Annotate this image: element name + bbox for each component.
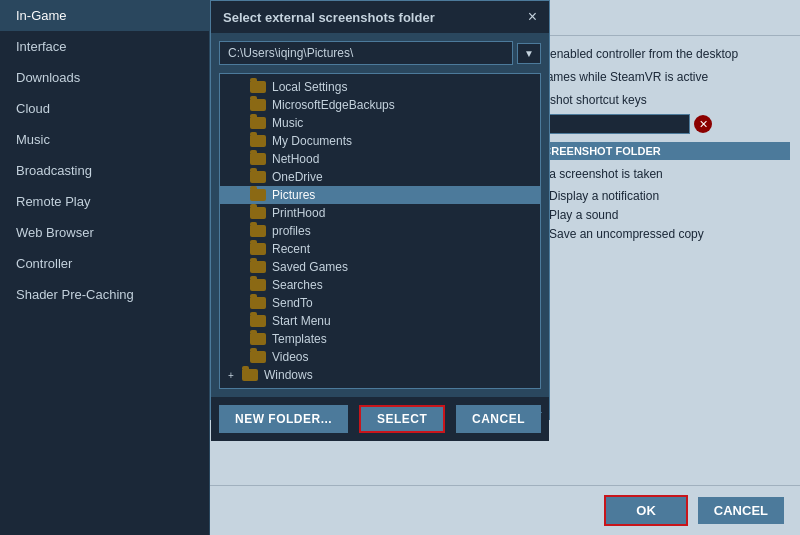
- dialog-body: ▼ Local Settings MicrosoftEdgeBackups Mu…: [211, 33, 549, 397]
- tree-item-label: MicrosoftEdgeBackups: [272, 98, 395, 112]
- tree-item[interactable]: Local Settings: [220, 78, 540, 96]
- tree-item-label: SendTo: [272, 296, 313, 310]
- tree-item-label: My Documents: [272, 134, 352, 148]
- tree-item-label: Pictures: [272, 188, 315, 202]
- screenshot-when-label: ien a screenshot is taken: [530, 166, 790, 183]
- tree-item[interactable]: Start Menu: [220, 312, 540, 330]
- tree-item-label: Recent: [272, 242, 310, 256]
- main-content: Enable the Steam Overlay while in-game p…: [210, 0, 800, 535]
- tree-item[interactable]: Pictures: [220, 186, 540, 204]
- tree-item[interactable]: MicrosoftEdgeBackups: [220, 96, 540, 114]
- folder-icon: [250, 117, 266, 129]
- screenshot-folder-section-title: SCREENSHOT FOLDER: [530, 142, 790, 160]
- folder-icon: [250, 333, 266, 345]
- folder-icon: [250, 99, 266, 111]
- folder-icon: [242, 369, 258, 381]
- notification-label: Display a notification: [549, 189, 659, 203]
- tree-item-label: OneDrive: [272, 170, 323, 184]
- folder-icon: [250, 153, 266, 165]
- select-button[interactable]: SELECT: [359, 405, 445, 433]
- folder-icon: [250, 189, 266, 201]
- path-input[interactable]: [219, 41, 513, 65]
- sound-row: Play a sound: [530, 208, 790, 222]
- shortcut-input-row: ✕: [530, 114, 790, 134]
- tree-item-label: profiles: [272, 224, 311, 238]
- tree-item[interactable]: Recent: [220, 240, 540, 258]
- tree-item-label: NetHood: [272, 152, 319, 166]
- file-tree[interactable]: Local Settings MicrosoftEdgeBackups Musi…: [219, 73, 541, 389]
- tree-item[interactable]: OneDrive: [220, 168, 540, 186]
- tree-item-label: Start Menu: [272, 314, 331, 328]
- tree-item[interactable]: Videos: [220, 348, 540, 366]
- new-folder-button[interactable]: NEW FOLDER...: [219, 405, 348, 433]
- dialog-title: Select external screenshots folder: [223, 10, 435, 25]
- right-text-2: p games while SteamVR is active: [530, 69, 790, 86]
- folder-icon: [250, 207, 266, 219]
- sidebar-item-downloads[interactable]: Downloads: [0, 62, 209, 93]
- folder-icon: [250, 135, 266, 147]
- folder-icon: [250, 171, 266, 183]
- tree-item[interactable]: My Documents: [220, 132, 540, 150]
- right-text-3: eenshot shortcut keys: [530, 92, 790, 109]
- folder-icon: [250, 315, 266, 327]
- dialog-cancel-button[interactable]: CANCEL: [456, 405, 541, 433]
- dialog-resize-handle[interactable]: ⋱: [533, 403, 545, 415]
- tree-item-label: PrintHood: [272, 206, 325, 220]
- sidebar-item-interface[interactable]: Interface: [0, 31, 209, 62]
- tree-item[interactable]: Templates: [220, 330, 540, 348]
- dialog-titlebar: Select external screenshots folder ×: [211, 1, 549, 33]
- folder-icon: [250, 225, 266, 237]
- sound-label: Play a sound: [549, 208, 618, 222]
- folder-icon: [250, 243, 266, 255]
- clear-shortcut-button[interactable]: ✕: [694, 115, 712, 133]
- folder-icon: [250, 351, 266, 363]
- folder-icon: [250, 261, 266, 273]
- sidebar-item-shader-pre-caching[interactable]: Shader Pre-Caching: [0, 279, 209, 310]
- expand-icon: +: [228, 370, 238, 381]
- tree-item[interactable]: NetHood: [220, 150, 540, 168]
- tree-item[interactable]: profiles: [220, 222, 540, 240]
- folder-icon: [250, 297, 266, 309]
- right-content: put enabled controller from the desktop …: [520, 36, 800, 256]
- tree-item[interactable]: SendTo: [220, 294, 540, 312]
- sidebar-item-controller[interactable]: Controller: [0, 248, 209, 279]
- tree-item-label: Templates: [272, 332, 327, 346]
- sidebar: In-Game Interface Downloads Cloud Music …: [0, 0, 210, 535]
- folder-icon: [250, 81, 266, 93]
- sidebar-item-music[interactable]: Music: [0, 124, 209, 155]
- uncompressed-label: Save an uncompressed copy: [549, 227, 704, 241]
- tree-item[interactable]: Saved Games: [220, 258, 540, 276]
- uncompressed-row: Save an uncompressed copy: [530, 227, 790, 241]
- tree-item[interactable]: Music: [220, 114, 540, 132]
- tree-item-label: Windows: [264, 368, 313, 382]
- folder-icon: [250, 279, 266, 291]
- notification-row: Display a notification: [530, 189, 790, 203]
- cancel-main-button[interactable]: CANCEL: [698, 497, 784, 524]
- sidebar-item-web-browser[interactable]: Web Browser: [0, 217, 209, 248]
- path-dropdown-button[interactable]: ▼: [517, 43, 541, 64]
- tree-item-label: Music: [272, 116, 303, 130]
- sidebar-item-cloud[interactable]: Cloud: [0, 93, 209, 124]
- sidebar-item-remote-play[interactable]: Remote Play: [0, 186, 209, 217]
- tree-item[interactable]: PrintHood: [220, 204, 540, 222]
- path-row: ▼: [219, 41, 541, 65]
- tree-item-label: Searches: [272, 278, 323, 292]
- tree-item[interactable]: +Windows: [220, 366, 540, 384]
- sidebar-item-broadcasting[interactable]: Broadcasting: [0, 155, 209, 186]
- bottom-bar: OK CANCEL: [210, 485, 800, 535]
- select-folder-dialog: Select external screenshots folder × ▼ L…: [210, 0, 550, 420]
- dialog-close-button[interactable]: ×: [528, 9, 537, 25]
- tree-item-label: Local Settings: [272, 80, 347, 94]
- tree-item-label: Videos: [272, 350, 308, 364]
- shortcut-input[interactable]: [530, 114, 690, 134]
- ok-button[interactable]: OK: [604, 495, 688, 526]
- right-text-1: put enabled controller from the desktop: [530, 46, 790, 63]
- tree-item-label: Saved Games: [272, 260, 348, 274]
- dialog-footer: NEW FOLDER... SELECT CANCEL: [211, 397, 549, 441]
- sidebar-item-in-game[interactable]: In-Game: [0, 0, 209, 31]
- tree-item[interactable]: Searches: [220, 276, 540, 294]
